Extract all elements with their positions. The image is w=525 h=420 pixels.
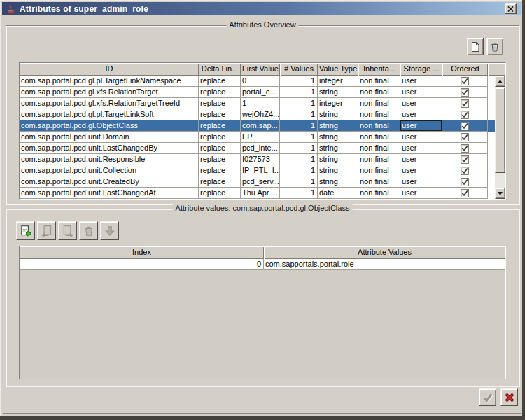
- cell-storage: user: [400, 87, 442, 98]
- scroll-up-button[interactable]: [495, 76, 505, 87]
- attribute-row[interactable]: com.sap.portal.pcd.unit.LastChangedAt re…: [20, 188, 505, 199]
- checkmark-icon: [461, 111, 468, 118]
- attribute-row[interactable]: com.sap.portal.pcd.unit.Responsible repl…: [20, 154, 505, 165]
- ordered-checkbox[interactable]: [461, 77, 469, 85]
- cell-value-type: string: [318, 143, 358, 154]
- cell-id: com.sap.portal.pcd.gl.ObjectClass: [20, 120, 199, 132]
- scroll-down-button[interactable]: [495, 188, 505, 199]
- cell-ordered: [442, 132, 488, 143]
- check-icon: [482, 391, 493, 403]
- attribute-row[interactable]: com.sap.portal.pcd.gl.pl.TargetLinkNames…: [20, 76, 505, 87]
- cell-delta-link: replace: [199, 98, 241, 109]
- overview-toolbar: [467, 38, 503, 55]
- attribute-row[interactable]: com.sap.portal.pcd.unit.CreatedBy replac…: [20, 176, 505, 188]
- ordered-checkbox[interactable]: [461, 178, 469, 186]
- scrollbar-thumb[interactable]: [495, 88, 505, 173]
- checkmark-icon: [461, 100, 468, 107]
- cell-ordered: [442, 76, 488, 87]
- value-row[interactable]: 0 com.sapportals.portal.role: [20, 259, 505, 270]
- cell-storage: user: [400, 165, 442, 176]
- cell-num-values: 1: [280, 87, 318, 98]
- cell-id: com.sap.portal.pcd.unit.Responsible: [20, 154, 199, 165]
- ordered-checkbox[interactable]: [461, 122, 469, 130]
- cell-value-type: string: [318, 120, 358, 132]
- column-header-attribute-values[interactable]: Attribute Values: [264, 246, 505, 259]
- checkmark-icon: [461, 78, 468, 85]
- ok-button[interactable]: [479, 388, 496, 406]
- overview-group-title: Attributes Overview: [226, 20, 298, 29]
- footer-buttons: [479, 388, 518, 406]
- cell-ordered: [442, 188, 488, 199]
- checkmark-icon: [461, 167, 468, 174]
- column-header-index[interactable]: Index: [20, 246, 264, 259]
- value-back-button[interactable]: [37, 221, 56, 240]
- move-value-down-button[interactable]: [100, 221, 119, 240]
- attribute-values-group: Attribute values: com.sap.portal.pcd.gl.…: [6, 209, 519, 386]
- value-forward-button[interactable]: [58, 221, 77, 240]
- cell-storage: user: [400, 154, 442, 165]
- checkmark-icon: [461, 190, 468, 197]
- cell-inheritance: non final: [358, 143, 400, 154]
- titlebar[interactable]: Attributes of super_admin_role: [2, 2, 522, 15]
- values-table-header: Index Attribute Values: [20, 246, 505, 259]
- ordered-checkbox[interactable]: [461, 88, 469, 97]
- attribute-row[interactable]: com.sap.portal.pcd.gl.ObjectClass replac…: [20, 120, 505, 132]
- column-header-value-type[interactable]: Value Type: [318, 63, 358, 76]
- cell-storage: user: [400, 143, 442, 154]
- cell-ordered: [442, 154, 488, 165]
- column-header-id[interactable]: ID: [20, 63, 199, 76]
- cell-index: 0: [20, 259, 264, 270]
- close-button[interactable]: [505, 4, 517, 14]
- cell-first-value: I027573: [241, 154, 280, 165]
- cell-value-type: string: [318, 87, 358, 98]
- cell-inheritance: non final: [358, 132, 400, 143]
- cell-first-value: IP_PTL_I...: [241, 165, 280, 176]
- ordered-checkbox[interactable]: [461, 189, 469, 197]
- attribute-row[interactable]: com.sap.portal.pcd.unit.Collection repla…: [20, 165, 505, 176]
- cell-first-value: 0: [241, 76, 280, 87]
- column-header-ordered[interactable]: Ordered: [442, 63, 488, 76]
- ordered-checkbox[interactable]: [461, 99, 469, 108]
- cell-storage: user: [400, 98, 442, 109]
- document-plus-icon: [20, 225, 32, 237]
- new-attribute-button[interactable]: [467, 38, 484, 55]
- attribute-row[interactable]: com.sap.portal.pcd.unit.LastChangedBy re…: [20, 143, 505, 154]
- cell-id: com.sap.portal.pcd.unit.LastChangedBy: [20, 143, 199, 154]
- attribute-row[interactable]: com.sap.portal.pcd.unit.Domain replace E…: [20, 132, 505, 143]
- attribute-row[interactable]: com.sap.portal.pcd.gl.xfs.RelationTarget…: [20, 87, 505, 98]
- cell-delta-link: replace: [199, 143, 241, 154]
- column-header-filler: [488, 63, 505, 76]
- column-header-storage[interactable]: Storage ...: [400, 63, 442, 76]
- cancel-button[interactable]: [500, 388, 518, 406]
- column-header-delta-link[interactable]: Delta Lin...: [199, 63, 241, 76]
- column-header-num-values[interactable]: # Values: [280, 63, 318, 76]
- ordered-checkbox[interactable]: [461, 144, 469, 153]
- ordered-checkbox[interactable]: [461, 133, 469, 141]
- delete-attribute-button[interactable]: [486, 38, 503, 55]
- checkmark-icon: [461, 145, 468, 152]
- ordered-checkbox[interactable]: [461, 155, 469, 164]
- cell-inheritance: non final: [358, 76, 400, 87]
- delete-value-button[interactable]: [79, 221, 98, 240]
- cell-ordered: [442, 109, 488, 120]
- cell-num-values: 1: [280, 176, 318, 188]
- column-header-inheritance[interactable]: Inherita...: [358, 63, 400, 76]
- attribute-row[interactable]: com.sap.portal.pcd.gl.pl.TargetLinkSoft …: [20, 109, 505, 120]
- cell-first-value: pcd_inte...: [241, 143, 280, 154]
- ordered-checkbox[interactable]: [461, 111, 469, 119]
- cell-inheritance: non final: [358, 87, 400, 98]
- vertical-scrollbar[interactable]: [495, 76, 505, 199]
- attributes-table: ID Delta Lin... First Value # Values Val…: [19, 62, 506, 200]
- column-header-first-value[interactable]: First Value: [241, 63, 280, 76]
- cell-first-value: Thu Apr ...: [241, 188, 280, 199]
- cell-first-value: EP: [241, 132, 280, 143]
- cell-ordered: [442, 120, 488, 132]
- ordered-checkbox[interactable]: [461, 167, 469, 175]
- cell-delta-link: replace: [199, 76, 241, 87]
- trash-icon: [489, 41, 500, 52]
- cell-delta-link: replace: [199, 87, 241, 98]
- cell-storage: user: [400, 132, 442, 143]
- add-value-button[interactable]: [16, 221, 35, 240]
- attribute-row[interactable]: com.sap.portal.pcd.gl.xfs.RelationTarget…: [20, 98, 505, 109]
- cell-delta-link: replace: [199, 165, 241, 176]
